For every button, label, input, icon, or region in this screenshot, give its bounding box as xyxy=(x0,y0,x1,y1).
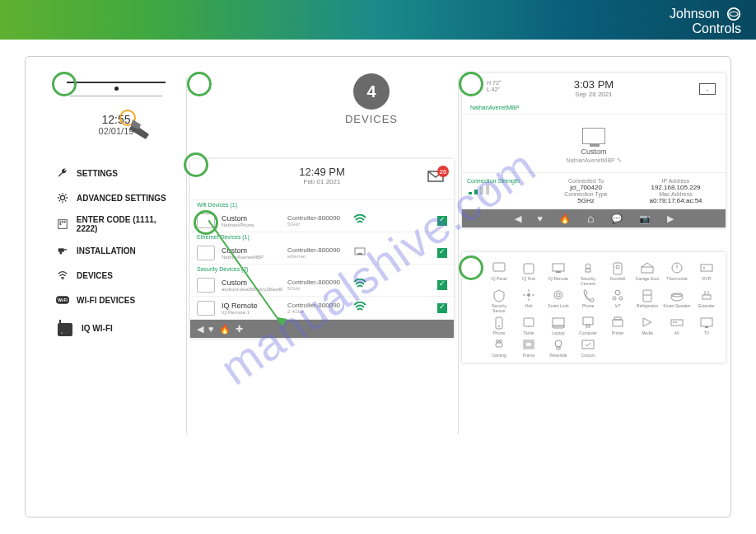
device-detail-panel: H 72° L 42° 3:03 PM Sep 28 2021 NathanAv… xyxy=(462,73,726,227)
wifi-signal-icon xyxy=(353,214,370,227)
device-type-wearable[interactable]: Wearable xyxy=(544,337,572,358)
home-icon[interactable]: ⌂ xyxy=(587,212,594,225)
svg-rect-10 xyxy=(60,252,63,255)
divider xyxy=(458,77,459,434)
svg-rect-64 xyxy=(614,317,621,320)
device-type-av[interactable]: AV xyxy=(663,315,691,335)
mail-icon[interactable] xyxy=(699,83,716,95)
device-controller: Controller-800090 xyxy=(287,214,340,222)
device-type-iq-hub[interactable]: IQ Hub xyxy=(515,260,543,286)
svg-rect-6 xyxy=(64,222,66,223)
device-type-computer[interactable]: Computer xyxy=(574,315,602,335)
device-type-label: Custom xyxy=(574,353,602,358)
device-type-phone[interactable]: Phone xyxy=(574,288,602,313)
info-value: 5GHz xyxy=(541,197,631,204)
device-type-hub[interactable]: Hub xyxy=(515,288,543,313)
menu-settings[interactable]: SETTINGS xyxy=(50,161,182,185)
column-detail: H 72° L 42° 3:03 PM Sep 28 2021 NathanAv… xyxy=(462,73,726,363)
device-type-icon xyxy=(580,260,596,275)
device-type-tablet[interactable]: Tablet xyxy=(515,315,543,335)
device-type-garage-door[interactable]: Garage Door xyxy=(633,260,661,286)
device-type-icon xyxy=(580,288,596,302)
svg-rect-78 xyxy=(582,340,594,349)
device-type-smart-lock[interactable]: Smart Lock xyxy=(544,288,572,313)
device-type-tv[interactable]: TV xyxy=(693,315,721,335)
device-type-label: Laptop xyxy=(544,330,572,335)
device-type-smart-speaker[interactable]: Smart Speaker xyxy=(663,288,691,313)
device-type-security-sensor[interactable]: Security Sensor xyxy=(485,288,513,313)
svg-rect-7 xyxy=(59,223,61,225)
device-type-extender[interactable]: Extender xyxy=(693,288,721,313)
back-icon[interactable]: ◀ xyxy=(197,324,203,335)
svg-rect-23 xyxy=(474,190,478,194)
device-type-custom[interactable]: Custom xyxy=(574,337,602,358)
menu-label: SETTINGS xyxy=(77,169,118,178)
device-type-dvr[interactable]: DVR xyxy=(693,260,721,286)
device-type-label: IoT xyxy=(604,303,632,308)
svg-point-44 xyxy=(554,291,562,299)
device-type-doorbell[interactable]: Doorbell xyxy=(604,260,632,286)
svg-rect-49 xyxy=(643,290,651,302)
menu-installation[interactable]: INSTALLATION xyxy=(50,238,182,263)
svg-rect-62 xyxy=(586,325,590,327)
svg-rect-71 xyxy=(496,343,502,347)
step-marker-3 xyxy=(184,152,208,177)
device-type-laptop[interactable]: Laptop xyxy=(544,315,572,335)
svg-rect-31 xyxy=(586,269,590,272)
svg-rect-22 xyxy=(469,192,472,194)
device-type-printer[interactable]: Printer xyxy=(604,315,632,335)
menu-wifi-devices[interactable]: Wi-Fi WI-FI DEVICES xyxy=(50,288,182,312)
check-icon xyxy=(437,303,447,313)
menu-list: SETTINGS ADVANCED SETTINGS ENTER CODE (1… xyxy=(50,161,182,344)
menu-advanced-settings[interactable]: ADVANCED SETTINGS xyxy=(50,185,182,210)
device-type-thermostat[interactable]: Thermostat xyxy=(663,260,691,286)
device-type-icon xyxy=(550,288,567,302)
menu-label: ENTER CODE (1111, 2222) xyxy=(77,215,179,233)
device-type-icon xyxy=(520,260,537,275)
device-type-refrigerator[interactable]: Refrigerator xyxy=(633,288,661,313)
monitor-icon xyxy=(582,128,605,144)
device-type-icon xyxy=(669,288,685,302)
flame-icon[interactable]: 🔥 xyxy=(559,213,571,224)
guide-arrow xyxy=(208,220,291,327)
main-frame: 12:55 02/01/19 SETTINGS ADVANCED SETTING… xyxy=(25,56,731,518)
device-type-frame[interactable]: Frame xyxy=(515,337,543,358)
device-type-icon xyxy=(639,315,656,330)
svg-rect-28 xyxy=(553,264,564,271)
svg-point-68 xyxy=(675,321,677,323)
wifi-signal-icon xyxy=(353,279,370,291)
device-type-label: Printer xyxy=(604,330,632,335)
device-type-label: Doorbell xyxy=(604,276,632,281)
divider xyxy=(186,77,187,434)
device-type-media[interactable]: Media xyxy=(633,315,661,335)
info-label: Connection Type xyxy=(541,191,631,197)
svg-rect-24 xyxy=(480,187,483,194)
camera-icon[interactable]: 📷 xyxy=(639,213,651,224)
chat-icon[interactable]: 💬 xyxy=(611,213,623,224)
menu-iq-wifi[interactable]: IQ WI-FI xyxy=(50,312,182,344)
shield-icon[interactable]: ♥ xyxy=(538,213,544,223)
ethernet-icon xyxy=(353,246,370,259)
device-type-iq-remote[interactable]: IQ Remote xyxy=(544,260,572,286)
menu-enter-code[interactable]: ENTER CODE (1111, 2222) xyxy=(50,210,182,238)
device-type-security-camera[interactable]: Security Camera xyxy=(574,260,602,286)
svg-rect-53 xyxy=(702,295,711,299)
device-type-label: Phone xyxy=(574,303,602,308)
device-type-phone[interactable]: Phone xyxy=(485,315,513,335)
detail-device-sub[interactable]: NathanAvenetMBP ✎ xyxy=(462,157,726,164)
device-type-icon xyxy=(669,315,685,330)
menu-devices[interactable]: DEVICES xyxy=(50,263,182,288)
detail-header: H 72° L 42° 3:03 PM Sep 28 2021 NathanAv… xyxy=(462,73,726,115)
back-icon[interactable]: ◀ xyxy=(515,213,521,224)
device-type-gaming[interactable]: Gaming xyxy=(485,337,513,358)
forward-icon[interactable]: ▶ xyxy=(667,213,674,224)
svg-rect-25 xyxy=(486,185,489,194)
info-label: Connected To xyxy=(541,178,631,184)
device-type-label: Frame xyxy=(515,353,543,358)
device-type-iq-panel[interactable]: IQ Panel xyxy=(485,260,513,286)
device-type-label: IQ Remote xyxy=(544,276,572,281)
svg-point-47 xyxy=(613,297,616,300)
device-type-iot[interactable]: IoT xyxy=(604,288,632,313)
svg-point-39 xyxy=(527,293,530,297)
panel-time: 12:49 PM xyxy=(190,166,454,178)
